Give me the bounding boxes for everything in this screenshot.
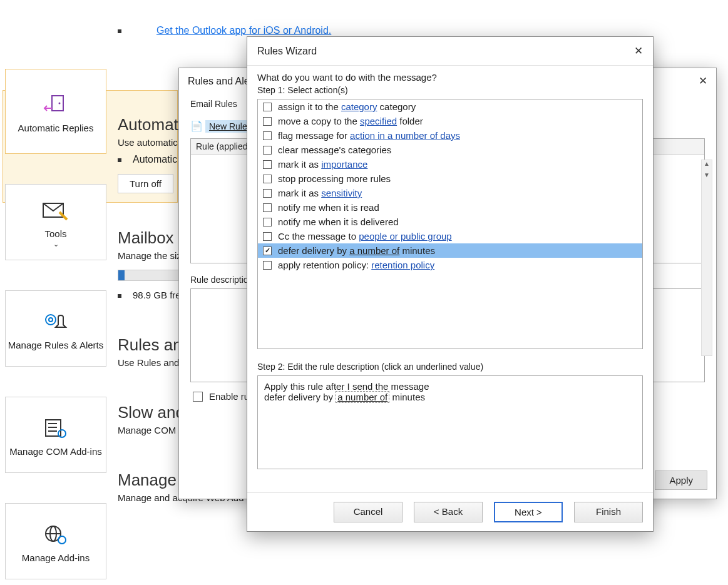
action-row-5[interactable]: stop processing more rules bbox=[258, 171, 642, 186]
globe-gear-icon bbox=[43, 520, 68, 549]
tools-tile[interactable]: Tools ⌄ bbox=[5, 184, 106, 260]
enable-rss-checkbox[interactable] bbox=[193, 392, 203, 402]
action-checkbox[interactable] bbox=[263, 203, 272, 212]
rules-wizard-dialog: Rules Wizard ✕ What do you want to do wi… bbox=[247, 36, 654, 532]
action-checkbox[interactable] bbox=[263, 131, 272, 140]
a-number-of-link[interactable]: a number of bbox=[336, 391, 389, 403]
action-checkbox[interactable] bbox=[263, 160, 272, 169]
svg-point-9 bbox=[58, 430, 66, 437]
action-link[interactable]: category bbox=[341, 101, 377, 112]
tile-label: Manage COM Add-ins bbox=[9, 446, 102, 457]
desc-line-1: Apply this rule after I send the message bbox=[264, 381, 636, 392]
action-link[interactable]: a number of bbox=[349, 245, 399, 256]
action-link[interactable]: retention policy bbox=[371, 260, 434, 270]
reply-arrow-icon bbox=[43, 90, 68, 119]
action-text: flag message for action in a number of d… bbox=[278, 129, 460, 142]
action-row-0[interactable]: assign it to the category category bbox=[258, 99, 642, 114]
desc-line-2-pre: defer delivery by bbox=[264, 392, 336, 402]
manage-com-tile[interactable]: Manage COM Add-ins bbox=[5, 397, 106, 473]
turn-off-button[interactable]: Turn off bbox=[118, 174, 173, 193]
action-checkbox[interactable] bbox=[263, 232, 272, 241]
action-link[interactable]: sensitivity bbox=[321, 188, 362, 198]
gear-bell-icon bbox=[42, 307, 69, 336]
envelope-tools-icon bbox=[42, 196, 69, 225]
action-row-11[interactable]: apply retention policy: retention policy bbox=[258, 258, 642, 272]
desc-line-2-post: minutes bbox=[389, 392, 425, 402]
step1-label: Step 1: Select action(s) bbox=[257, 85, 643, 95]
action-checkbox[interactable] bbox=[263, 175, 272, 183]
svg-point-4 bbox=[49, 318, 53, 322]
svg-point-1 bbox=[59, 102, 61, 104]
wizard-title: Rules Wizard bbox=[257, 46, 317, 57]
action-checkbox[interactable] bbox=[263, 146, 272, 155]
action-row-1[interactable]: move a copy to the specified folder bbox=[258, 114, 642, 128]
wizard-question: What do you want to do with the message? bbox=[257, 72, 643, 83]
action-text: mark it as sensitivity bbox=[278, 186, 362, 200]
action-checkbox[interactable] bbox=[263, 261, 272, 270]
get-outlook-app-link[interactable]: Get the Outlook app for iOS or Android. bbox=[156, 25, 331, 36]
action-checkbox[interactable] bbox=[263, 103, 272, 111]
action-checkbox[interactable] bbox=[263, 189, 272, 198]
action-link[interactable]: people or public group bbox=[359, 231, 451, 242]
action-text: clear message's categories bbox=[278, 143, 391, 156]
step2-label: Step 2: Edit the rule description (click… bbox=[257, 362, 643, 372]
action-row-9[interactable]: Cc the message to people or public group bbox=[258, 229, 642, 243]
action-row-3[interactable]: clear message's categories bbox=[258, 143, 642, 157]
action-checkbox[interactable] bbox=[263, 218, 272, 226]
finish-button[interactable]: Finish bbox=[574, 502, 643, 522]
rule-description-editor[interactable]: Apply this rule after I send the message… bbox=[257, 375, 643, 469]
action-checkbox[interactable] bbox=[263, 247, 272, 255]
action-text: notify me when it is read bbox=[278, 201, 379, 214]
action-link[interactable]: specified bbox=[360, 116, 397, 126]
action-text: stop processing more rules bbox=[278, 172, 391, 185]
action-row-7[interactable]: notify me when it is read bbox=[258, 200, 642, 215]
back-button[interactable]: < Back bbox=[414, 502, 483, 522]
cancel-button[interactable]: Cancel bbox=[334, 502, 402, 522]
manage-rules-tile[interactable]: Manage Rules & Alerts bbox=[5, 290, 106, 367]
action-link[interactable]: importance bbox=[321, 159, 367, 170]
tile-label: Manage Add-ins bbox=[22, 552, 90, 563]
action-row-8[interactable]: notify me when it is delivered bbox=[258, 215, 642, 229]
action-text: assign it to the category category bbox=[278, 100, 416, 113]
action-row-2[interactable]: flag message for action in a number of d… bbox=[258, 128, 642, 143]
action-text: notify me when it is delivered bbox=[278, 215, 399, 228]
action-text: move a copy to the specified folder bbox=[278, 114, 423, 128]
apply-button[interactable]: Apply bbox=[655, 471, 707, 490]
action-row-6[interactable]: mark it as sensitivity bbox=[258, 186, 642, 200]
action-checkbox[interactable] bbox=[263, 117, 272, 126]
chevron-down-icon: ⌄ bbox=[53, 240, 59, 248]
action-text: mark it as importance bbox=[278, 158, 367, 171]
list-gear-icon bbox=[43, 414, 68, 442]
action-text: defer delivery by a number of minutes bbox=[278, 244, 435, 257]
action-link[interactable]: action in a number of days bbox=[350, 130, 460, 141]
tile-label: Automatic Replies bbox=[18, 123, 94, 133]
action-row-10[interactable]: defer delivery by a number of minutes bbox=[258, 243, 642, 258]
action-text: Cc the message to people or public group bbox=[278, 230, 452, 243]
manage-addins-tile[interactable]: Manage Add-ins bbox=[5, 503, 106, 579]
svg-point-3 bbox=[46, 315, 56, 325]
scrollbar[interactable]: ▲▼ bbox=[701, 160, 712, 356]
automatic-replies-tile[interactable]: Automatic Replies bbox=[5, 69, 106, 154]
tile-label: Manage Rules & Alerts bbox=[8, 340, 104, 350]
actions-list[interactable]: assign it to the category categorymove a… bbox=[257, 99, 643, 349]
tile-label: Tools bbox=[44, 228, 66, 239]
svg-point-13 bbox=[58, 536, 66, 544]
next-button[interactable]: Next > bbox=[494, 502, 563, 522]
action-text: apply retention policy: retention policy bbox=[278, 258, 434, 272]
close-icon[interactable]: ✕ bbox=[699, 74, 707, 88]
close-icon[interactable]: ✕ bbox=[634, 44, 643, 58]
svg-rect-0 bbox=[52, 96, 63, 111]
action-row-4[interactable]: mark it as importance bbox=[258, 157, 642, 171]
